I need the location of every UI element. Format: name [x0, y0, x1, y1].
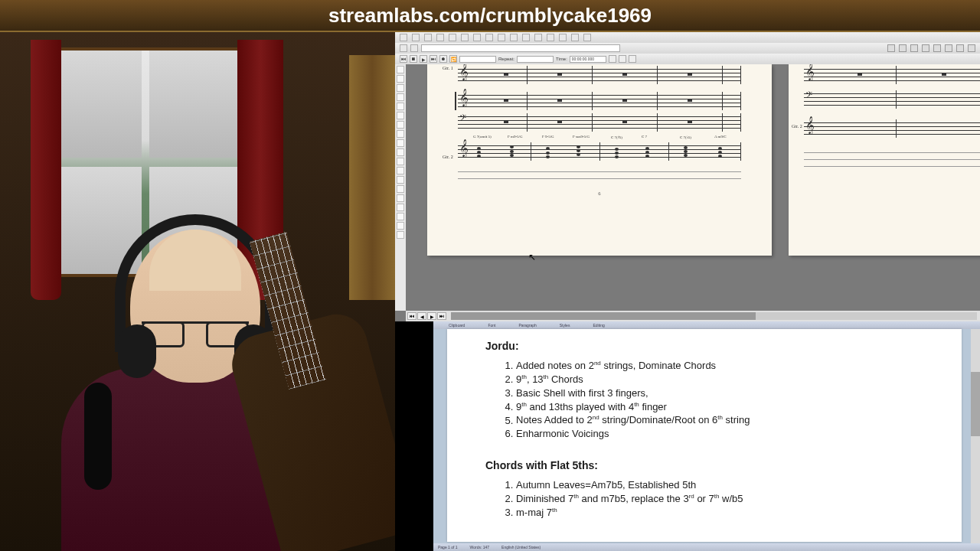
half-note-button[interactable] — [397, 75, 404, 83]
metronome-button[interactable] — [609, 55, 616, 63]
flat-button[interactable] — [397, 130, 404, 138]
scroll-thumb[interactable] — [451, 312, 756, 320]
dot-button[interactable] — [397, 158, 404, 165]
search-icon[interactable] — [410, 44, 418, 52]
tempo-field[interactable] — [459, 56, 496, 63]
repeat-field[interactable] — [517, 56, 554, 63]
loop-button[interactable]: 🔁 — [449, 55, 457, 63]
click-button[interactable] — [619, 55, 626, 63]
tool-icon[interactable] — [945, 44, 952, 52]
word-processor: Clipboard Font Paragraph Styles Editing … — [433, 321, 980, 551]
staff-chords[interactable]: 𝄞 G 7(omit 5) F m9-5/G F 9-5/G F sus9-5/… — [458, 142, 741, 161]
tool-button[interactable] — [534, 34, 542, 41]
tool-button[interactable] — [449, 34, 456, 41]
tab-staff[interactable] — [458, 167, 741, 185]
treble-clef-icon: 𝄞 — [459, 139, 469, 157]
staff-bass[interactable]: 𝄢 — [458, 113, 741, 132]
chord-notes[interactable] — [615, 145, 621, 158]
timecode-field[interactable]: 00:00:00.000 — [570, 56, 606, 63]
tool-button[interactable] — [547, 34, 554, 41]
rewind-button[interactable]: ⏮ — [400, 55, 407, 63]
tool-button[interactable] — [412, 34, 420, 41]
first-page-button[interactable]: ⏮ — [407, 312, 416, 320]
scroll-track[interactable] — [451, 312, 977, 320]
horizontal-scrollbar[interactable]: ⏮ ◀ ▶ ⏭ — [406, 311, 980, 321]
rest-button[interactable] — [397, 112, 404, 119]
wand-icon[interactable] — [887, 44, 895, 52]
staff-treble[interactable]: 𝄞 — [804, 66, 980, 84]
vertical-scrollbar[interactable] — [971, 329, 980, 543]
bass-clef-icon: 𝄢 — [805, 90, 812, 103]
chord-notes[interactable] — [645, 145, 652, 158]
tool-button[interactable] — [397, 222, 404, 230]
play-button[interactable]: ▶ — [420, 55, 427, 63]
list-item: 9th and 13ths played with 4th finger — [516, 401, 923, 414]
ribbon-tab[interactable]: Font — [488, 323, 495, 328]
list-item: Notes Added to 2nd string/Dominate/Root … — [516, 414, 923, 427]
natural-button[interactable] — [397, 139, 404, 147]
forward-button[interactable]: ⏭ — [430, 55, 437, 63]
scroll-thumb[interactable] — [971, 372, 980, 436]
tool-icon[interactable] — [910, 44, 918, 52]
tuplet-button[interactable] — [397, 167, 404, 174]
staff-treble[interactable]: 𝄞 — [458, 66, 741, 84]
score-page-2[interactable]: 𝄞 𝄢 Gtr. 2 𝄞 — [789, 64, 980, 256]
chevron-down-icon[interactable] — [397, 231, 404, 239]
ribbon-tab[interactable]: Paragraph — [518, 323, 536, 328]
chord-notes[interactable] — [510, 145, 516, 158]
symbol-button[interactable] — [397, 204, 404, 211]
score-viewport[interactable]: Gtr. 1 Gtr. 2 𝄞 — [406, 64, 980, 311]
chord-notes[interactable] — [577, 145, 583, 158]
last-page-button[interactable]: ⏭ — [437, 312, 446, 320]
tool-button[interactable] — [436, 34, 444, 41]
sixteenth-note-button[interactable] — [397, 103, 404, 110]
repeat-label: Repeat: — [498, 57, 514, 61]
ribbon-tab[interactable]: Clipboard — [449, 323, 465, 328]
chord-notes[interactable] — [684, 145, 690, 158]
tool-button[interactable] — [571, 34, 579, 41]
tool-icon[interactable] — [922, 44, 929, 52]
ribbon-tab[interactable]: Styles — [560, 323, 570, 328]
ribbon-tab[interactable]: Editing — [593, 323, 604, 328]
stop-button[interactable]: ⏹ — [410, 55, 417, 63]
document-page[interactable]: Jordu: Added notes on 2nd strings, Domin… — [447, 329, 962, 542]
tool-button[interactable] — [583, 34, 591, 41]
tool-button[interactable] — [498, 34, 505, 41]
tool-button[interactable] — [522, 34, 530, 41]
score-page-1[interactable]: Gtr. 1 Gtr. 2 𝄞 — [427, 64, 772, 256]
tool-button[interactable] — [397, 213, 404, 220]
chord-notes[interactable] — [477, 145, 483, 158]
sharp-button[interactable] — [397, 121, 404, 129]
text-button[interactable] — [397, 194, 404, 202]
mixer-button[interactable] — [629, 55, 636, 63]
record-button[interactable]: ⏺ — [439, 55, 447, 63]
quarter-note-button[interactable] — [397, 84, 404, 92]
search-input[interactable] — [421, 44, 620, 52]
eighth-note-button[interactable] — [397, 93, 404, 101]
home-button[interactable] — [400, 34, 407, 41]
tool-icon[interactable] — [933, 44, 941, 52]
tool-icon[interactable] — [968, 44, 975, 52]
articulation-button[interactable] — [397, 176, 404, 184]
tool-button[interactable] — [559, 34, 567, 41]
tool-button[interactable] — [461, 34, 469, 41]
next-page-button[interactable]: ▶ — [427, 312, 436, 320]
prev-page-button[interactable]: ◀ — [417, 312, 426, 320]
jordu-list: Added notes on 2nd strings, Dominate Cho… — [516, 360, 923, 441]
staff-treble[interactable]: 𝄞 — [458, 92, 741, 110]
whole-note-button[interactable] — [397, 66, 404, 73]
staff-treble[interactable]: 𝄞 — [804, 119, 980, 138]
tool-button[interactable] — [473, 34, 481, 41]
dynamic-button[interactable] — [397, 185, 404, 193]
settings-icon[interactable] — [956, 44, 964, 52]
tab-staff[interactable] — [804, 152, 980, 170]
staff-bass[interactable]: 𝄢 — [804, 90, 980, 109]
chord-notes[interactable] — [718, 145, 724, 158]
tool-icon[interactable] — [899, 44, 906, 52]
tie-button[interactable] — [397, 148, 404, 156]
back-button[interactable] — [400, 44, 407, 52]
chord-notes[interactable] — [546, 145, 552, 158]
tool-button[interactable] — [485, 34, 493, 41]
tool-button[interactable] — [510, 34, 518, 41]
tool-button[interactable] — [424, 34, 432, 41]
